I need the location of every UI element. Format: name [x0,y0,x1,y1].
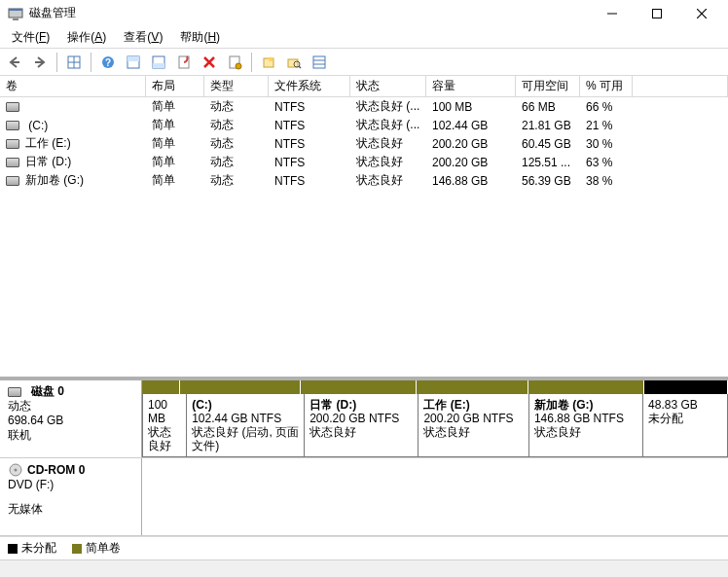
volume-type: 动态 [204,116,269,134]
col-layout[interactable]: 布局 [146,76,204,96]
partition-size: 146.88 GB NTFS [534,412,637,425]
cdrom-icon [8,462,23,478]
menu-bar: 文件(F) 操作(A) 查看(V) 帮助(H) [0,27,728,49]
partition-box[interactable]: 新加卷 (G:)146.88 GB NTFS状态良好 [529,394,643,457]
table-row[interactable]: 工作 (E:)简单动态NTFS状态良好200.20 GB60.45 GB30 % [0,134,728,153]
close-button[interactable] [679,0,724,27]
volume-pct: 38 % [580,173,633,189]
volume-status: 状态良好 [350,134,426,153]
disk0-size: 698.64 GB [8,414,133,428]
partition-header [301,380,417,394]
partition-title: 工作 (E:) [423,398,523,412]
cdrom-partitions [142,458,728,535]
partition-size: 100 MB [148,398,181,425]
maximize-button[interactable] [635,0,679,27]
cdrom-name: CD-ROM 0 [27,463,85,478]
table-row[interactable]: 简单动态NTFS状态良好 (...100 MB66 MB66 % [0,97,728,116]
partition-header [142,380,180,394]
volume-type: 动态 [204,97,269,116]
volume-type: 动态 [204,153,269,171]
col-volume[interactable]: 卷 [0,76,146,96]
view-top-button[interactable] [123,52,144,73]
table-row[interactable]: (C:)简单动态NTFS状态良好 (...102.44 GB21.81 GB21… [0,116,728,134]
disk-map-pane[interactable]: 磁盘 0 动态 698.64 GB 联机 100 MB状态良好(C:)102.4… [0,380,728,536]
partition-size: 200.20 GB NTFS [423,412,523,425]
volume-pct: 63 % [580,155,633,170]
disk-row-disk0[interactable]: 磁盘 0 动态 698.64 GB 联机 100 MB状态良好(C:)102.4… [0,380,728,458]
col-filesystem[interactable]: 文件系统 [269,76,350,96]
col-free[interactable]: 可用空间 [516,76,580,96]
volume-fs: NTFS [269,155,350,170]
partition-box[interactable]: 日常 (D:)200.20 GB NTFS状态良好 [305,394,419,457]
volume-layout: 简单 [146,171,204,190]
delete-button[interactable] [199,52,220,73]
volume-free: 21.81 GB [516,118,580,133]
volume-fs: NTFS [269,173,350,189]
col-capacity[interactable]: 容量 [426,76,516,96]
cdrom-info: CD-ROM 0 DVD (F:) 无媒体 [0,458,142,535]
svg-rect-27 [313,56,325,68]
settings-button[interactable] [224,52,245,73]
svg-rect-1 [9,9,22,11]
volume-list-header[interactable]: 卷 布局 类型 文件系统 状态 容量 可用空间 % 可用 [0,76,728,97]
partition-box[interactable]: (C:)102.44 GB NTFS状态良好 (启动, 页面文件) [187,394,305,457]
cdrom-status: 无媒体 [8,502,133,517]
partition-box[interactable]: 100 MB状态良好 [142,394,187,457]
volume-type: 动态 [204,171,269,190]
volume-layout: 简单 [146,134,204,153]
disk0-status: 联机 [8,428,133,443]
partition-header [180,380,301,394]
volume-capacity: 102.44 GB [426,118,516,133]
legend-simple: 简单卷 [72,540,121,557]
partition-header [644,380,728,394]
volume-layout: 简单 [146,153,204,171]
menu-action[interactable]: 操作(A) [59,27,114,48]
volume-pct: 66 % [580,99,633,115]
disk-row-cdrom[interactable]: CD-ROM 0 DVD (F:) 无媒体 [0,458,728,536]
partition-box[interactable]: 48.83 GB未分配 [643,394,728,457]
volume-name: 工作 (E:) [25,136,71,150]
view-bottom-button[interactable] [148,52,169,73]
legend: 未分配 简单卷 [0,536,728,559]
table-row[interactable]: 日常 (D:)简单动态NTFS状态良好200.20 GB125.51 ...63… [0,153,728,171]
partition-header [417,380,528,394]
partition-box[interactable]: 工作 (E:)200.20 GB NTFS状态良好 [419,394,528,457]
col-type[interactable]: 类型 [204,76,269,96]
partition-title: 新加卷 (G:) [534,398,637,412]
volume-fs: NTFS [269,136,350,152]
volume-name: 日常 (D:) [25,155,71,168]
volume-icon [6,158,19,167]
volume-name: (C:) [25,119,48,132]
col-pctfree[interactable]: % 可用 [580,76,633,96]
view-grid-button[interactable] [309,52,330,73]
new-button[interactable] [258,52,279,73]
partition-size: 48.83 GB [648,398,722,412]
menu-help[interactable]: 帮助(H) [172,27,228,48]
volume-list[interactable]: 卷 布局 类型 文件系统 状态 容量 可用空间 % 可用 简单动态NTFS状态良… [0,76,728,380]
disk0-partitions: 100 MB状态良好(C:)102.44 GB NTFS状态良好 (启动, 页面… [142,380,728,457]
partition-status: 状态良好 [423,425,523,439]
title-bar: 磁盘管理 [0,0,728,27]
menu-file[interactable]: 文件(F) [4,27,57,48]
view-list-button[interactable] [63,52,85,73]
volume-status: 状态良好 [350,153,426,171]
menu-view[interactable]: 查看(V) [116,27,170,48]
col-status[interactable]: 状态 [350,76,426,96]
volume-icon [6,121,19,130]
back-button[interactable] [4,52,25,73]
col-spacer [633,76,728,96]
properties-button[interactable] [173,52,195,73]
help-button[interactable]: ? [97,52,119,73]
volume-layout: 简单 [146,116,204,134]
table-row[interactable]: 新加卷 (G:)简单动态NTFS状态良好146.88 GB56.39 GB38 … [0,171,728,190]
toolbar: ? [0,49,728,76]
volume-status: 状态良好 (... [350,97,426,116]
legend-unalloc: 未分配 [8,540,56,557]
partition-status: 状态良好 [534,425,637,439]
partition-header [528,380,644,394]
forward-button[interactable] [29,52,51,73]
minimize-button[interactable] [590,0,635,27]
partition-title: 日常 (D:) [309,398,413,412]
volume-icon [6,176,19,186]
search-button[interactable] [283,52,305,73]
